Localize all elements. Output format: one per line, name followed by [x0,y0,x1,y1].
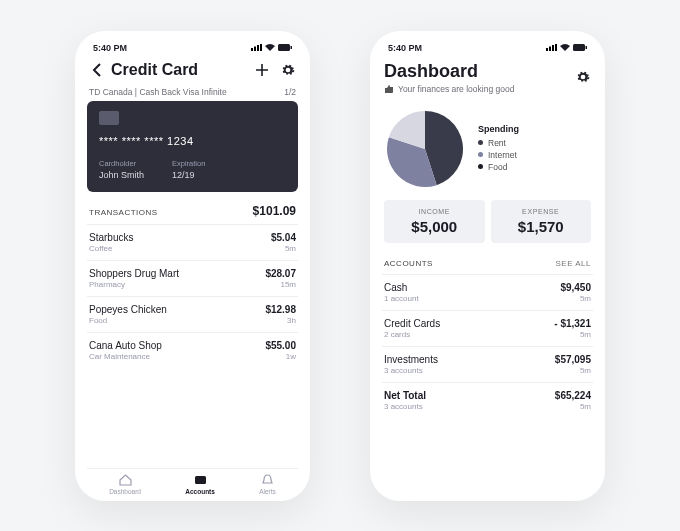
card-subheader: TD Canada | Cash Back Visa Infinite 1/2 [87,87,298,101]
tab-label: Alerts [259,488,276,495]
tab-dashboard[interactable]: Dashboard [109,474,141,495]
header: Dashboard Your finances are looking good [382,55,593,102]
account-row[interactable]: Investments3 accounts$57,0955m [382,346,593,382]
notch [443,31,533,45]
header: Credit Card [87,55,298,87]
tab-label: Accounts [185,488,215,495]
page-title: Credit Card [111,61,198,79]
transaction-row[interactable]: Shoppers Drug MartPharmacy$28.0715m [87,260,298,296]
account-sub: 2 cards [384,330,440,339]
tab-bar: Dashboard Accounts Alerts [87,468,298,495]
account-time: 5m [554,330,591,339]
income-value: $5,000 [390,218,479,235]
accounts-list: Cash1 account$9,4505mCredit Cards2 cards… [382,274,593,418]
tx-name: Cana Auto Shop [89,340,162,351]
wifi-icon [560,44,570,51]
status-icons [251,44,292,51]
tx-time: 5m [271,244,296,253]
transactions-list: StarbucksCoffee$5.045mShoppers Drug Mart… [87,224,298,368]
page-subtitle: Your finances are looking good [398,84,514,94]
account-sub: 3 accounts [384,402,426,411]
battery-icon [278,44,292,51]
tx-category: Car Maintenance [89,352,162,361]
gear-icon[interactable] [280,62,296,78]
tx-category: Coffee [89,244,133,253]
notch [148,31,238,45]
svg-rect-12 [573,44,585,51]
see-all-link[interactable]: See All [555,259,591,268]
signal-icon [546,44,557,51]
account-amount: $57,095 [555,354,591,365]
tx-amount: $28.07 [265,268,296,279]
transaction-row[interactable]: Popeyes ChickenFood$12.983h [87,296,298,332]
svg-rect-9 [549,47,551,52]
svg-point-14 [581,75,584,78]
expiration-label: Expiration [172,159,205,168]
account-amount: $9,450 [560,282,591,293]
signal-icon [251,44,262,51]
tx-time: 15m [265,280,296,289]
transactions-header: Transactions $101.09 [87,192,298,224]
svg-rect-8 [546,48,548,51]
expense-stat[interactable]: Expense $1,570 [491,200,592,243]
account-amount: $65,224 [555,390,591,401]
status-icons [546,44,587,51]
svg-rect-13 [586,46,588,49]
account-row[interactable]: Credit Cards2 cards- $1,3215m [382,310,593,346]
add-icon[interactable] [254,62,270,78]
bell-icon [261,474,274,486]
legend-dot [478,164,483,169]
tab-alerts[interactable]: Alerts [259,474,276,495]
legend-item: Rent [478,138,519,148]
account-row[interactable]: Cash1 account$9,4505m [382,274,593,310]
account-sub: 3 accounts [384,366,438,375]
chip-icon [99,111,119,125]
transaction-row[interactable]: Cana Auto ShopCar Maintenance$55.001w [87,332,298,368]
legend-item: Food [478,162,519,172]
account-name: Net Total [384,390,426,401]
income-stat[interactable]: Income $5,000 [384,200,485,243]
tx-category: Pharmacy [89,280,179,289]
gear-icon[interactable] [575,69,591,85]
thumbs-up-icon [384,84,394,94]
spending-pie-chart [384,108,466,190]
transaction-row[interactable]: StarbucksCoffee$5.045m [87,224,298,260]
tab-accounts[interactable]: Accounts [185,474,215,495]
tx-amount: $5.04 [271,232,296,243]
account-row[interactable]: Net Total3 accounts$65,2245m [382,382,593,418]
page-title: Dashboard [384,61,514,82]
phone-credit-card: 5:40 PM Credit Card TD Canada | Cash Bac… [75,31,310,501]
accounts-label: Accounts [384,259,433,268]
svg-rect-10 [552,45,554,51]
legend-dot [478,152,483,157]
tx-name: Popeyes Chicken [89,304,167,315]
account-time: 5m [555,402,591,411]
tx-time: 3h [265,316,296,325]
tx-amount: $12.98 [265,304,296,315]
account-sub: 1 account [384,294,419,303]
account-name: Investments [384,354,438,365]
account-amount: - $1,321 [554,318,591,329]
credit-card[interactable]: **** **** **** 1234 Cardholder John Smit… [87,101,298,192]
battery-icon [573,44,587,51]
back-icon[interactable] [89,62,105,78]
legend-dot [478,140,483,145]
svg-rect-11 [555,44,557,51]
account-name: Cash [384,282,419,293]
stat-pair: Income $5,000 Expense $1,570 [382,200,593,247]
spending-chart-wrap: Spending RentInternetFood [382,102,593,200]
account-name: Credit Cards [384,318,440,329]
account-time: 5m [555,366,591,375]
legend-label: Food [488,162,507,172]
svg-rect-1 [254,47,256,52]
wifi-icon [265,44,275,51]
accounts-icon [194,474,207,486]
tx-name: Starbucks [89,232,133,243]
spending-title: Spending [478,124,519,134]
card-source: TD Canada | Cash Back Visa Infinite [89,87,227,97]
cardholder-name: John Smith [99,170,144,180]
transactions-label: Transactions [89,208,158,217]
status-time: 5:40 PM [388,43,422,53]
tx-name: Shoppers Drug Mart [89,268,179,279]
income-label: Income [390,208,479,215]
